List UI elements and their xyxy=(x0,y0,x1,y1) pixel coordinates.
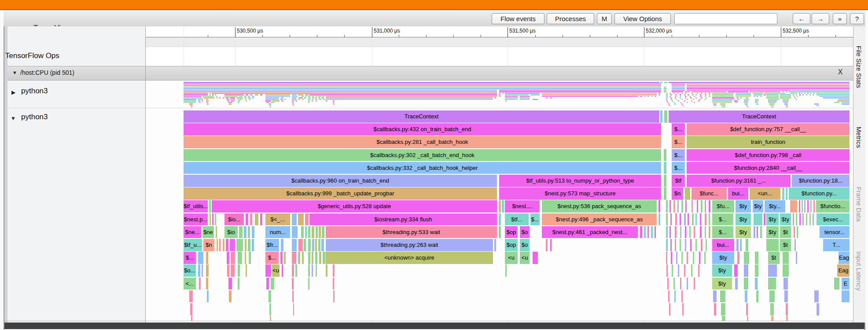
flame-segment[interactable] xyxy=(709,200,710,213)
flame-segment[interactable] xyxy=(684,264,685,277)
search-input[interactable] xyxy=(674,13,777,24)
processes-button[interactable]: Processes xyxy=(547,13,594,24)
flame-segment[interactable]: $ne... xyxy=(184,226,201,238)
flame-segment[interactable] xyxy=(231,264,235,277)
flame-segment[interactable] xyxy=(669,303,670,315)
flame-segment[interactable]: <un... xyxy=(750,187,780,200)
flame-segment[interactable]: bui... xyxy=(728,187,748,200)
flame-segment[interactable] xyxy=(669,226,671,238)
flame-segment[interactable] xyxy=(764,213,765,226)
flame-segment[interactable]: $op xyxy=(505,239,518,251)
flame-segment[interactable]: $fr... xyxy=(265,239,279,251)
flame-segment[interactable] xyxy=(321,239,324,251)
flame-segment[interactable]: TraceContext xyxy=(669,110,850,123)
flame-segment[interactable] xyxy=(494,239,496,251)
flame-segment[interactable] xyxy=(250,213,252,226)
flame-segment[interactable] xyxy=(228,278,232,290)
flame-segment[interactable] xyxy=(678,264,679,277)
flame-segment[interactable]: $ty xyxy=(753,200,763,213)
flame-segment[interactable] xyxy=(248,226,250,238)
flame-segment[interactable] xyxy=(782,187,784,200)
flame-segment[interactable] xyxy=(669,200,671,213)
flame-segment[interactable] xyxy=(245,239,246,251)
flame-segment[interactable] xyxy=(790,200,797,213)
flame-segment[interactable] xyxy=(675,239,676,251)
flame-segment[interactable]: tensor... xyxy=(820,226,850,238)
flame-segment[interactable] xyxy=(282,264,283,277)
flame-segment[interactable] xyxy=(312,252,313,264)
flame-segment[interactable] xyxy=(720,290,725,303)
flame-segment[interactable] xyxy=(691,264,692,277)
flame-segment[interactable]: $ty xyxy=(736,226,751,238)
flame-segment[interactable]: <u xyxy=(272,264,280,277)
flame-segment[interactable] xyxy=(248,239,250,251)
flame-segment[interactable]: $function.py:3161 _... xyxy=(687,175,791,187)
flame-segment[interactable] xyxy=(664,162,666,174)
flame-segment[interactable]: num... xyxy=(265,226,290,238)
flame-segment[interactable] xyxy=(709,213,710,226)
flame-segment[interactable]: $ty xyxy=(712,252,734,264)
flame-segment[interactable] xyxy=(755,252,758,264)
flame-segment[interactable]: $generic_utils.py:528 update xyxy=(212,200,497,213)
flame-segment[interactable] xyxy=(546,239,548,251)
flame-segment[interactable] xyxy=(721,303,725,315)
flame-segment[interactable] xyxy=(700,226,702,238)
flame-segment[interactable] xyxy=(249,252,251,264)
flame-segment[interactable] xyxy=(238,264,240,277)
thread-label-expanded[interactable]: python3 xyxy=(21,113,48,121)
flame-segment[interactable] xyxy=(746,303,748,315)
flame-segment[interactable] xyxy=(666,264,668,277)
flame-segment[interactable] xyxy=(664,110,667,123)
flame-segment[interactable] xyxy=(315,252,317,264)
flame-segment[interactable] xyxy=(655,226,656,238)
flame-segment[interactable]: $def_function.py:798 _call xyxy=(687,149,850,161)
flame-segment[interactable] xyxy=(293,303,294,315)
flame-segment[interactable]: $o... xyxy=(184,264,196,277)
flame-segment[interactable] xyxy=(280,252,283,264)
flame-segment[interactable] xyxy=(227,252,229,264)
flame-segment[interactable]: E xyxy=(842,278,850,290)
thread-minimap[interactable] xyxy=(145,82,853,107)
flame-segment[interactable] xyxy=(319,226,321,238)
flame-segment[interactable] xyxy=(701,239,702,251)
flame-segment[interactable]: $... xyxy=(265,252,279,264)
flame-segment[interactable] xyxy=(318,239,320,251)
flame-segment[interactable]: $def_function.py:757 __call__ xyxy=(687,123,850,136)
flame-segment[interactable] xyxy=(664,149,666,161)
flame-segment[interactable] xyxy=(268,290,271,303)
flame-segment[interactable] xyxy=(745,290,747,303)
flame-segment[interactable]: T... xyxy=(823,239,850,251)
flame-segment[interactable] xyxy=(806,213,807,226)
flame-segment[interactable] xyxy=(229,290,232,303)
flame-segment[interactable] xyxy=(298,252,300,264)
flame-segment[interactable]: $func... xyxy=(691,187,727,200)
flame-segment[interactable] xyxy=(292,290,294,303)
flame-segment[interactable] xyxy=(687,252,688,264)
flame-segment[interactable] xyxy=(680,278,681,290)
flame-segment[interactable] xyxy=(783,252,789,264)
flame-segment[interactable]: $function.py... xyxy=(789,187,850,200)
flame-segment[interactable] xyxy=(246,213,248,226)
flame-segment[interactable] xyxy=(666,239,668,251)
flame-segment[interactable] xyxy=(502,200,504,213)
flame-segment[interactable] xyxy=(695,213,697,226)
flame-segment[interactable] xyxy=(666,252,667,264)
flame-segment[interactable] xyxy=(312,239,314,251)
flame-segment[interactable]: $io... xyxy=(224,213,244,226)
flame-segment[interactable] xyxy=(217,239,218,251)
flame-segment[interactable] xyxy=(666,213,668,226)
flame-segment[interactable] xyxy=(793,213,794,226)
flame-segment[interactable]: $ty... xyxy=(765,200,785,213)
flame-segment[interactable] xyxy=(308,278,309,290)
flame-segment[interactable]: $callbacks.py:281 _call_batch_hook xyxy=(184,136,661,148)
flame-segment[interactable] xyxy=(666,200,668,213)
flame-segment[interactable] xyxy=(755,278,758,290)
flame-segment[interactable]: $... xyxy=(672,149,685,161)
flame-segment[interactable] xyxy=(722,316,725,321)
sidebar-tab-metrics[interactable]: Metrics xyxy=(855,127,863,148)
flame-segment[interactable]: $tf xyxy=(672,175,685,187)
flame-segment[interactable] xyxy=(681,290,683,303)
flame-segment[interactable] xyxy=(231,252,235,264)
flame-segment[interactable]: $callbacks.py:332 _call_batch_hook_helpe… xyxy=(184,162,661,174)
flame-segment[interactable] xyxy=(695,239,697,251)
